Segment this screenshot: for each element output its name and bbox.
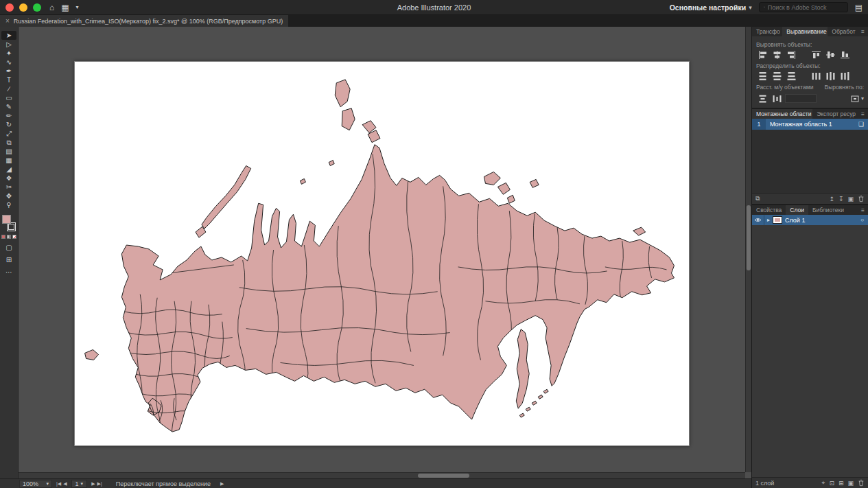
distribute-bottom-button[interactable]: [785, 71, 797, 81]
horizontal-scrollbar[interactable]: [19, 472, 745, 478]
gradient-button[interactable]: [7, 235, 11, 239]
tab-align[interactable]: Выравнивание: [782, 27, 828, 36]
move-up-icon[interactable]: ↥: [829, 196, 834, 202]
panel-menu-icon[interactable]: ≡: [858, 205, 868, 215]
tab-transform[interactable]: Трансфо: [752, 27, 782, 36]
new-layer-icon[interactable]: ▣: [847, 480, 854, 487]
pen-tool[interactable]: ✒: [1, 67, 16, 75]
zoom-level-select[interactable]: 100% ▾: [19, 480, 52, 488]
search-input[interactable]: [768, 4, 843, 11]
artboard[interactable]: [74, 61, 690, 446]
russia-mainland[interactable]: [121, 145, 674, 432]
arrange-documents-icon[interactable]: ▦: [61, 3, 69, 12]
document-tab[interactable]: × Russian Federation_with_Crimea_ISO(Мер…: [0, 15, 288, 27]
align-top-button[interactable]: [810, 49, 822, 60]
magic-wand-tool[interactable]: ✦: [1, 49, 16, 58]
blend-tool[interactable]: ❖: [1, 174, 16, 183]
new-artboard-icon[interactable]: ▣: [847, 196, 854, 202]
tab-properties[interactable]: Свойства: [752, 205, 786, 215]
tab-layers[interactable]: Слои: [786, 205, 808, 215]
tab-libraries[interactable]: Библиотеки: [808, 205, 848, 215]
align-left-button[interactable]: [756, 49, 769, 60]
prev-artboard-button[interactable]: ◀: [63, 481, 67, 487]
stock-search[interactable]: [759, 2, 848, 12]
play-icon[interactable]: ▶: [220, 481, 224, 487]
rectangle-tool[interactable]: ▭: [1, 93, 16, 102]
layer-row[interactable]: ▸ Слой 1 ○: [752, 215, 868, 225]
zoom-tool[interactable]: ⚲: [1, 200, 16, 209]
gradient-tool[interactable]: ▤: [1, 147, 16, 156]
arrange-chevron-icon[interactable]: ▾: [76, 4, 79, 10]
canvas[interactable]: [19, 27, 751, 478]
locate-object-icon[interactable]: ⌖: [821, 479, 825, 487]
tab-asset-export[interactable]: Экспорт ресур: [812, 109, 858, 119]
draw-mode-button[interactable]: ▢: [5, 244, 12, 251]
align-vertical-center-button[interactable]: [824, 49, 836, 60]
align-right-button[interactable]: [785, 49, 797, 60]
panel-menu-icon[interactable]: ≡: [858, 27, 868, 36]
scale-tool[interactable]: ⤢: [1, 129, 16, 138]
distribute-top-button[interactable]: [756, 71, 769, 81]
distribute-vertical-center-button[interactable]: [771, 71, 783, 81]
next-artboard-button[interactable]: ▶: [91, 481, 95, 487]
screen-mode-button[interactable]: ⊞: [6, 256, 12, 264]
align-horizontal-center-button[interactable]: [771, 49, 783, 60]
lasso-tool[interactable]: ∿: [1, 58, 16, 67]
horizontal-scrollbar-thumb[interactable]: [418, 474, 469, 478]
vertical-scrollbar[interactable]: [745, 27, 751, 472]
vertical-scrollbar-thumb[interactable]: [747, 205, 751, 270]
home-icon[interactable]: ⌂: [49, 3, 54, 12]
first-artboard-button[interactable]: |◀: [56, 481, 61, 487]
type-tool[interactable]: T: [1, 75, 16, 84]
minimize-window-button[interactable]: [19, 3, 27, 12]
distribute-left-button[interactable]: [810, 71, 822, 81]
hand-tool[interactable]: ✥: [1, 191, 16, 200]
eyedropper-tool[interactable]: ◢: [1, 165, 16, 174]
panel-menu-icon[interactable]: ≡: [858, 109, 868, 119]
move-down-icon[interactable]: ↧: [838, 196, 844, 202]
expand-layer-chevron[interactable]: ▸: [767, 217, 770, 223]
align-to-select[interactable]: ▾: [850, 93, 864, 104]
status-hint: Переключает прямое выделение: [116, 480, 211, 487]
none-button[interactable]: [12, 235, 16, 239]
edit-toolbar-ellipsis[interactable]: ⋯: [5, 268, 12, 276]
vertical-distribute-space-button[interactable]: [756, 93, 769, 104]
artboard-row[interactable]: 1 Монтажная область 1 ❏: [752, 119, 868, 130]
artboard-page-icon[interactable]: ❏: [858, 121, 868, 128]
last-artboard-button[interactable]: ▶|: [97, 481, 102, 487]
list-view-icon[interactable]: ▤: [855, 3, 863, 12]
shape-builder-tool[interactable]: ⧉: [1, 138, 16, 147]
island-kuril: [543, 389, 548, 393]
artboard-options-icon[interactable]: ⧉: [755, 195, 760, 202]
delete-artboard-icon[interactable]: [858, 195, 865, 202]
paintbrush-tool[interactable]: ✎: [1, 102, 16, 111]
mesh-tool[interactable]: ▦: [1, 156, 16, 165]
delete-layer-icon[interactable]: [858, 479, 865, 487]
artboard-nav-select[interactable]: 1 ▾: [71, 480, 88, 488]
pencil-tool[interactable]: ✏: [1, 111, 16, 120]
close-tab-icon[interactable]: ×: [5, 17, 10, 25]
direct-selection-tool[interactable]: ▷: [1, 40, 16, 49]
zoom-window-button[interactable]: [33, 3, 41, 12]
new-sublayer-icon[interactable]: ⊞: [838, 480, 844, 487]
layer-visibility-toggle[interactable]: [752, 215, 764, 225]
close-window-button[interactable]: [5, 3, 14, 12]
horizontal-distribute-space-button[interactable]: [771, 93, 783, 104]
tab-artboards[interactable]: Монтажные области: [752, 109, 812, 119]
tab-pathfinder[interactable]: Обработ: [828, 27, 858, 36]
artboard-name[interactable]: Монтажная область 1: [766, 121, 858, 128]
workspace-switcher[interactable]: Основные настройки ▾: [670, 3, 752, 12]
slice-tool[interactable]: ✂: [1, 183, 16, 191]
distribute-horizontal-center-button[interactable]: [824, 71, 836, 81]
rotate-tool[interactable]: ↻: [1, 120, 16, 129]
color-button[interactable]: [1, 235, 5, 239]
selection-tool[interactable]: ➤: [1, 31, 16, 40]
layer-name[interactable]: Слой 1: [785, 217, 858, 224]
distribute-right-button[interactable]: [838, 71, 851, 81]
make-clip-mask-icon[interactable]: ⊡: [829, 480, 834, 487]
layer-target-icon[interactable]: ○: [860, 217, 868, 223]
fill-swatch[interactable]: [2, 215, 11, 224]
align-bottom-button[interactable]: [838, 49, 851, 60]
line-segment-tool[interactable]: ∕: [1, 84, 16, 93]
spacing-value-select[interactable]: [785, 94, 817, 103]
